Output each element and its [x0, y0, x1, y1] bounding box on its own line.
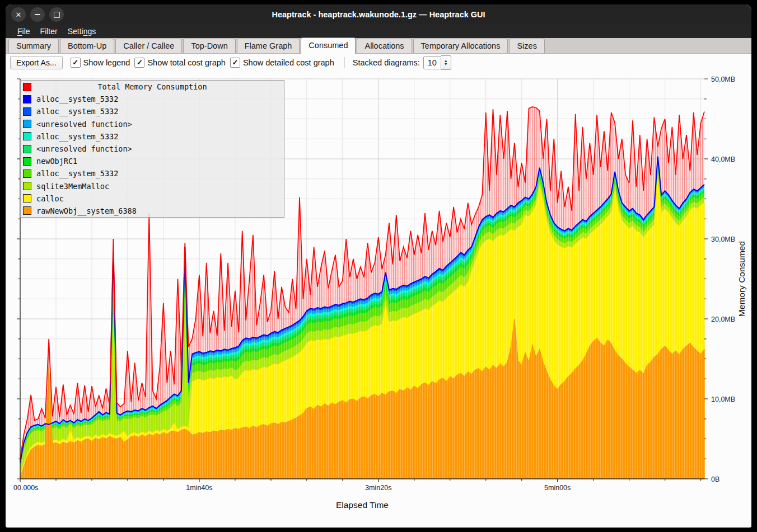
- legend-item: newObjRC1: [21, 155, 284, 167]
- tab-sizes[interactable]: Sizes: [509, 39, 544, 53]
- legend-item: rawNewObj__system_6388: [21, 205, 284, 217]
- tab-bar: SummaryBottom-UpCaller / CalleeTop-DownF…: [6, 38, 751, 54]
- y-tick-label: 20,0MB: [711, 316, 735, 323]
- tab-caller-callee[interactable]: Caller / Callee: [115, 39, 182, 53]
- legend-item: <unresolved function>: [21, 118, 284, 130]
- window-title: Heaptrack - heaptrack.wakunode.1.gz — He…: [6, 10, 751, 19]
- legend-color-swatch: [23, 95, 31, 103]
- stacked-diagrams-label: Stacked diagrams:: [353, 58, 420, 67]
- x-tick-label: 3min20s: [365, 484, 391, 492]
- checkbox-show-legend[interactable]: ✓Show legend: [71, 58, 130, 68]
- heaptrack-window: ✕ Heaptrack - heaptrack.wakunode.1.gz — …: [6, 4, 751, 528]
- maximize-button[interactable]: [49, 7, 64, 22]
- legend-color-swatch: [23, 132, 31, 140]
- legend-title-row: Total Memory Consumption: [21, 81, 284, 93]
- legend-item-label: sqlite3MemMalloc: [36, 182, 109, 191]
- menu-settings[interactable]: Settings: [63, 26, 101, 37]
- toolbar-separator: [344, 57, 345, 68]
- menu-filter[interactable]: Filter: [35, 26, 63, 37]
- legend-item: sqlite3MemMalloc: [21, 180, 284, 192]
- stacked-diagrams-input[interactable]: 10: [423, 56, 441, 69]
- close-button[interactable]: ✕: [11, 7, 26, 22]
- checkbox-icon[interactable]: ✓: [134, 58, 144, 68]
- legend-item: alloc__system_5332: [21, 130, 284, 143]
- legend-color-swatch: [23, 120, 31, 128]
- checkbox-show-detailed-cost-graph[interactable]: ✓Show detailed cost graph: [230, 58, 334, 68]
- legend-title: Total Memory Consumption: [21, 82, 284, 91]
- tab-temporary-allocations[interactable]: Temporary Allocations: [413, 39, 508, 53]
- toolbar: Export As... ✓Show legend✓Show total cos…: [6, 54, 751, 72]
- menu-file[interactable]: File: [12, 26, 35, 37]
- export-as-button[interactable]: Export As...: [10, 56, 63, 69]
- minimize-button[interactable]: [30, 7, 45, 22]
- x-axis-title: Elapsed Time: [336, 500, 389, 510]
- legend-color-swatch: [23, 145, 31, 153]
- legend-color-swatch: [23, 157, 31, 166]
- tab-allocations[interactable]: Allocations: [357, 39, 412, 53]
- title-bar[interactable]: ✕ Heaptrack - heaptrack.wakunode.1.gz — …: [6, 4, 751, 25]
- legend-item: alloc__system_5332: [21, 167, 284, 180]
- checkbox-show-total-cost-graph[interactable]: ✓Show total cost graph: [134, 58, 225, 68]
- checkbox-label: Show legend: [83, 58, 130, 67]
- legend-item-label: newObjRC1: [36, 157, 77, 166]
- tab-consumed[interactable]: Consumed: [301, 37, 356, 54]
- legend-item: alloc__system_5332: [21, 93, 284, 105]
- checkbox-label: Show total cost graph: [147, 58, 225, 67]
- legend-item-label: alloc__system_5332: [36, 95, 118, 103]
- x-tick-label: 1min40s: [186, 484, 212, 492]
- y-tick-label: 30,0MB: [711, 236, 735, 243]
- legend-item: <unresolved function>: [21, 143, 284, 155]
- legend-item-label: <unresolved function>: [36, 120, 132, 129]
- consumed-chart-area: 00.000s1min40s3min20s5min00s0B10,0MB20,0…: [6, 72, 751, 528]
- legend-item-label: rawNewObj__system_6388: [36, 206, 137, 215]
- legend-color-swatch: [23, 194, 31, 203]
- chart-legend: Total Memory Consumptionalloc__system_53…: [20, 80, 284, 218]
- checkbox-label: Show detailed cost graph: [243, 58, 334, 67]
- tab-summary[interactable]: Summary: [8, 39, 59, 53]
- legend-color-swatch: [23, 107, 31, 116]
- legend-color-swatch: [23, 182, 31, 190]
- minimize-icon: [35, 14, 40, 15]
- legend-color-swatch: [23, 206, 31, 215]
- tab-top-down[interactable]: Top-Down: [183, 39, 235, 53]
- legend-item: calloc: [21, 192, 284, 205]
- maximize-icon: [54, 12, 60, 18]
- y-axis-title: Memory Consumed: [737, 241, 746, 317]
- legend-item-label: <unresolved function>: [36, 144, 132, 153]
- y-tick-label: 0B: [711, 475, 719, 483]
- legend-item-label: alloc__system_5332: [36, 132, 118, 141]
- legend-color-swatch: [23, 170, 31, 178]
- y-tick-label: 50,0MB: [711, 76, 735, 83]
- spin-down-icon[interactable]: ▼: [444, 63, 448, 66]
- y-tick-label: 10,0MB: [711, 396, 735, 403]
- x-tick-label: 00.000s: [13, 484, 38, 492]
- tab-bottom-up[interactable]: Bottom-Up: [60, 39, 114, 53]
- stacked-diagrams-control: Stacked diagrams: 10 ▲ ▼: [353, 55, 451, 70]
- menu-bar: FileFilterSettings: [6, 25, 751, 38]
- legend-item-label: alloc__system_5332: [36, 107, 118, 116]
- close-icon: ✕: [16, 11, 22, 18]
- legend-item-label: alloc__system_5332: [36, 169, 118, 178]
- x-tick-label: 5min00s: [544, 484, 571, 492]
- stacked-diagrams-stepper[interactable]: ▲ ▼: [441, 55, 451, 70]
- legend-item: alloc__system_5332: [21, 105, 284, 117]
- legend-item-label: calloc: [36, 194, 64, 203]
- tab-flame-graph[interactable]: Flame Graph: [237, 39, 300, 53]
- checkbox-icon[interactable]: ✓: [230, 58, 240, 68]
- checkbox-icon[interactable]: ✓: [71, 58, 81, 68]
- y-tick-label: 40,0MB: [711, 156, 735, 163]
